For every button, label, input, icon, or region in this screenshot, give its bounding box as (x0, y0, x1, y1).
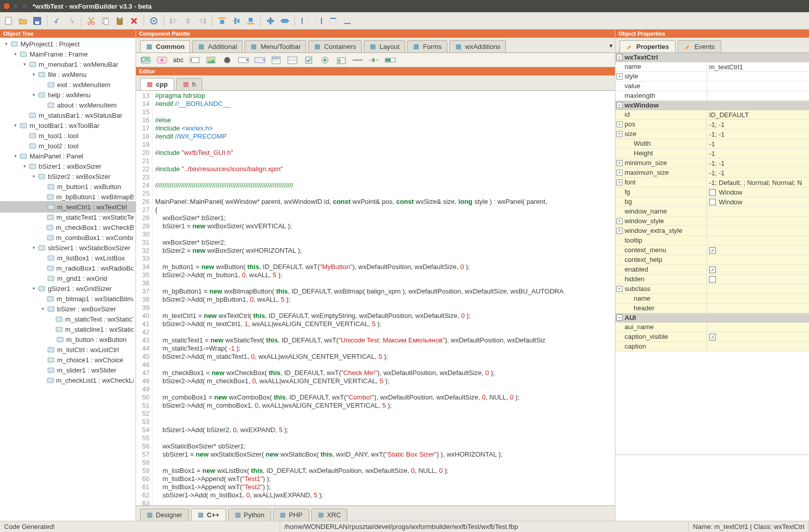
prop-row-name[interactable]: namem_textCtrl1 (615, 62, 809, 72)
tree-item[interactable]: m_button : wxButton (0, 334, 136, 344)
tree-item[interactable]: m_staticText1 : wxStaticTex (0, 212, 136, 222)
prop-row-context-help[interactable]: context_help (615, 255, 809, 265)
prop-row-size[interactable]: +size-1; -1 (615, 129, 809, 139)
prop-row-pos[interactable]: +pos-1; -1 (615, 120, 809, 129)
prop-row-style[interactable]: +style (615, 72, 809, 82)
palette-slider-icon[interactable] (368, 56, 380, 65)
editor-tab-cpp[interactable]: cpp (140, 78, 174, 90)
prop-row-caption[interactable]: caption (615, 342, 809, 352)
prop-row-aui-name[interactable]: aui_name (615, 323, 809, 332)
tree-item[interactable]: m_listBox1 : wxListBox (0, 253, 136, 263)
tree-item[interactable]: m_slider1 : wxSlider (0, 365, 136, 375)
palette-listctrl-icon[interactable] (287, 56, 298, 65)
window-minimize-button[interactable] (12, 3, 19, 10)
prop-value[interactable] (707, 236, 809, 245)
tree-item[interactable]: m_bitmap1 : wxStaticBitma (0, 294, 136, 304)
collapse-icon[interactable]: ▾ (12, 51, 18, 57)
prop-value[interactable]: -1; -1 (707, 168, 809, 177)
generate-code-button[interactable] (147, 14, 160, 28)
checkbox-icon[interactable]: ✓ (709, 247, 716, 254)
collapse-icon[interactable]: ▾ (12, 153, 18, 159)
prop-category[interactable]: −wxTextCtrl (615, 53, 809, 62)
prop-row-bg[interactable]: bgWindow (615, 197, 809, 207)
tree-item[interactable]: m_radioBox1 : wxRadioBox (0, 263, 136, 273)
collapse-icon[interactable]: ▾ (21, 61, 28, 67)
save-file-button[interactable] (31, 14, 44, 28)
prop-row-fg[interactable]: fgWindow (615, 188, 809, 197)
expand-icon[interactable]: + (616, 179, 623, 185)
prop-value[interactable] (707, 323, 809, 332)
palette-tab-layout[interactable]: Layout (364, 40, 405, 52)
border-top-button[interactable] (327, 14, 340, 28)
expand-icon[interactable]: + (616, 121, 623, 127)
tree-item[interactable]: ▾help : wxMenu (0, 90, 136, 100)
palette-animation-icon[interactable] (222, 56, 233, 65)
tree-item[interactable]: ▾MyProject1 : Project (0, 39, 136, 49)
prop-value[interactable]: -1; -1 (707, 120, 809, 129)
prop-value[interactable] (707, 342, 809, 351)
prop-row-window-name[interactable]: window_name (615, 207, 809, 217)
tree-item[interactable]: ▾MainFrame : Frame (0, 49, 136, 59)
cut-button[interactable] (85, 14, 98, 28)
stretch-button[interactable] (278, 14, 291, 28)
expand-icon[interactable]: + (616, 160, 623, 166)
prop-value[interactable]: -1 (707, 149, 809, 158)
tree-item[interactable]: ▾MainPanel : Panel (0, 151, 136, 161)
prop-value[interactable] (707, 82, 809, 91)
align-bottom-button[interactable] (244, 14, 257, 28)
window-maximize-button[interactable] (21, 3, 29, 10)
tree-item[interactable]: m_tool2 : tool (0, 141, 136, 151)
prop-row-enabled[interactable]: enabled✓ (615, 265, 809, 275)
prop-row-maximum-size[interactable]: +maximum_size-1; -1 (615, 168, 809, 178)
prop-value[interactable]: ID_DEFAULT (707, 110, 809, 119)
align-center-button[interactable] (181, 14, 195, 28)
collapse-icon[interactable]: ▾ (31, 71, 37, 77)
tree-item[interactable]: about : wxMenuItem (0, 100, 136, 110)
prop-row-name[interactable]: name (615, 294, 809, 304)
palette-checkbox-icon[interactable] (303, 56, 314, 65)
prop-value[interactable] (707, 207, 809, 216)
palette-tab-menu-toolbar[interactable]: Menu/Toolbar (245, 40, 306, 52)
prop-value[interactable]: Window (707, 188, 809, 197)
copy-button[interactable] (99, 14, 112, 28)
border-left-button[interactable] (298, 14, 311, 28)
prop-row-hidden[interactable]: hidden (615, 275, 809, 284)
collapse-icon[interactable]: ▾ (21, 163, 28, 169)
bottom-tab-designer[interactable]: Designer (140, 509, 189, 521)
prop-value[interactable]: Window (707, 197, 809, 206)
tree-item[interactable]: m_button1 : wxButton (0, 181, 136, 192)
collapse-icon[interactable]: − (616, 54, 623, 60)
palette-listbox-icon[interactable] (271, 56, 282, 65)
prop-value[interactable]: m_textCtrl1 (707, 62, 809, 71)
tree-item[interactable]: m_bpButton1 : wxBitmapBu (0, 192, 136, 202)
collapse-icon[interactable]: − (616, 102, 623, 108)
tree-item[interactable]: m_textCtrl1 : wxTextCtrl (0, 202, 136, 212)
tree-item[interactable]: m_staticline1 : wxStaticLi (0, 324, 136, 334)
bottom-tab-python[interactable]: Python (228, 509, 271, 521)
expand-icon[interactable]: + (616, 73, 623, 79)
prop-value[interactable]: -1; Default; ; Normal; Normal; N (707, 178, 809, 187)
prop-row-id[interactable]: idID_DEFAULT (615, 110, 809, 120)
tree-item[interactable]: m_staticText : wxStaticTe (0, 314, 136, 324)
palette-line-icon[interactable] (352, 56, 363, 65)
tree-item[interactable]: m_statusBar1 : wxStatusBar (0, 110, 136, 120)
prop-row-value[interactable]: value (615, 82, 809, 91)
paste-button[interactable] (113, 14, 126, 28)
bottom-tab-php[interactable]: PHP (273, 509, 309, 521)
prop-value[interactable]: -1; -1 (707, 129, 809, 139)
collapse-icon[interactable]: ▾ (31, 285, 37, 291)
align-middle-button[interactable] (230, 14, 243, 28)
palette-tab-common[interactable]: Common (140, 40, 190, 52)
tree-item[interactable]: ▾sbSizer1 : wxStaticBoxSizer (0, 243, 136, 253)
palette-tab-containers[interactable]: Containers (308, 40, 362, 52)
code-editor[interactable]: 1314151617181920212223242526272829303132… (136, 91, 615, 506)
prop-row-minimum-size[interactable]: +minimum_size-1; -1 (615, 158, 809, 168)
tree-item[interactable]: exit : wxMenuItem (0, 79, 136, 90)
prop-value[interactable] (707, 255, 809, 264)
prop-row-tooltip[interactable]: tooltip (615, 236, 809, 246)
align-top-button[interactable] (215, 14, 229, 28)
prop-row-caption-visible[interactable]: caption_visible✓ (615, 332, 809, 342)
collapse-icon[interactable]: ▾ (31, 245, 37, 251)
prop-value[interactable] (707, 91, 809, 100)
prop-value[interactable] (707, 304, 809, 313)
